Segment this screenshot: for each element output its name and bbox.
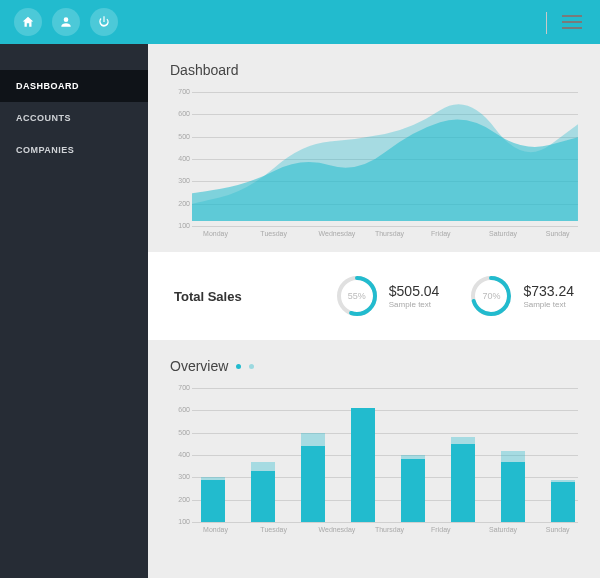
sidebar: DASHBOARD ACCOUNTS COMPANIES	[0, 44, 148, 578]
metric-1: 55% $505.04 Sample text	[335, 274, 440, 318]
sidebar-item-label: DASHBOARD	[16, 81, 79, 91]
menu-icon	[562, 15, 582, 17]
metric-text: $733.24 Sample text	[523, 283, 574, 309]
sidebar-item-dashboard[interactable]: DASHBOARD	[0, 70, 148, 102]
progress-ring: 70%	[469, 274, 513, 318]
ring-percent: 70%	[469, 274, 513, 318]
sidebar-item-accounts[interactable]: ACCOUNTS	[0, 102, 148, 134]
sidebar-item-companies[interactable]: COMPANIES	[0, 134, 148, 166]
section-title: Overview	[170, 358, 578, 374]
topbar-icon-group	[14, 8, 118, 36]
legend-dot-primary	[236, 364, 241, 369]
overview-section: Overview 700600500400300200100 MondayTue…	[148, 340, 600, 548]
progress-ring: 55%	[335, 274, 379, 318]
legend-dot-secondary	[249, 364, 254, 369]
metric-value: $505.04	[389, 283, 440, 299]
overview-title-text: Overview	[170, 358, 228, 374]
metric-text: $505.04 Sample text	[389, 283, 440, 309]
main-content: Dashboard 700600500400300200100 MondayTu…	[148, 44, 600, 578]
total-sales-title: Total Sales	[174, 289, 242, 304]
menu-button[interactable]	[558, 11, 586, 33]
metric-subtitle: Sample text	[523, 300, 574, 309]
home-icon	[21, 15, 35, 29]
dashboard-section: Dashboard 700600500400300200100 MondayTu…	[148, 44, 600, 252]
power-button[interactable]	[90, 8, 118, 36]
sidebar-item-label: ACCOUNTS	[16, 113, 71, 123]
ring-percent: 55%	[335, 274, 379, 318]
sidebar-item-label: COMPANIES	[16, 145, 74, 155]
area-chart: 700600500400300200100 MondayTuesdayWedne…	[192, 92, 578, 242]
metric-value: $733.24	[523, 283, 574, 299]
total-sales-row: Total Sales 55% $505.04 Sample text 70% …	[148, 252, 600, 340]
section-title: Dashboard	[170, 62, 578, 78]
topbar-divider	[546, 12, 547, 34]
user-button[interactable]	[52, 8, 80, 36]
home-button[interactable]	[14, 8, 42, 36]
metric-subtitle: Sample text	[389, 300, 440, 309]
metric-2: 70% $733.24 Sample text	[469, 274, 574, 318]
topbar	[0, 0, 600, 44]
user-icon	[59, 15, 73, 29]
power-icon	[97, 15, 111, 29]
bar-chart: 700600500400300200100 MondayTuesdayWedne…	[192, 388, 578, 538]
